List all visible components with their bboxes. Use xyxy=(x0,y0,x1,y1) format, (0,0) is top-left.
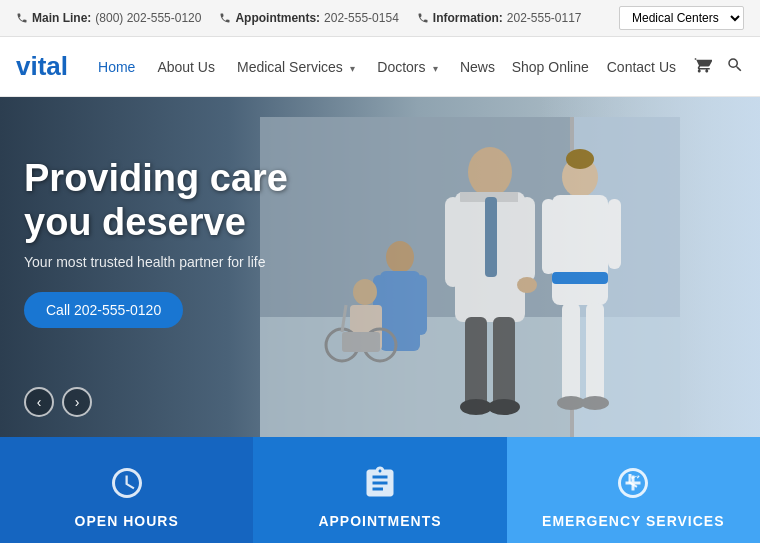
nav-link-medical-services[interactable]: Medical Services xyxy=(237,59,343,75)
hero-subtitle: Your most trusted health partner for lif… xyxy=(24,254,364,270)
top-bar-right: Medical Centers xyxy=(619,6,744,30)
hero-content: Providing care you deserve Your most tru… xyxy=(24,157,364,328)
main-line-number: (800) 202-555-0120 xyxy=(95,11,201,25)
appointments-text: Call us to register apointment at 202-55… xyxy=(273,539,486,543)
header-left: vital Home About Us Medical Services Doc… xyxy=(16,51,495,82)
emergency-title: EMERGENCY SERVICES xyxy=(527,513,740,529)
logo[interactable]: vital xyxy=(16,51,68,82)
nav-link-about[interactable]: About Us xyxy=(157,59,215,75)
information-contact: Information: 202-555-0117 xyxy=(417,11,582,25)
svg-rect-28 xyxy=(415,275,427,335)
main-line-label: Main Line: xyxy=(32,11,91,25)
header-icons xyxy=(694,56,744,78)
top-bar-contacts: Main Line: (800) 202-555-0120 Appointmen… xyxy=(16,11,582,25)
shop-online-link[interactable]: Shop Online xyxy=(512,59,589,75)
svg-rect-22 xyxy=(586,303,604,403)
svg-rect-17 xyxy=(552,195,608,305)
hero-title: Providing care you deserve xyxy=(24,157,364,244)
svg-point-23 xyxy=(557,396,585,410)
main-line-contact: Main Line: (800) 202-555-0120 xyxy=(16,11,201,25)
svg-point-13 xyxy=(460,399,492,415)
cart-icon xyxy=(694,56,712,74)
svg-rect-18 xyxy=(552,272,608,284)
svg-point-4 xyxy=(468,147,512,197)
svg-rect-20 xyxy=(608,199,621,269)
cart-button[interactable] xyxy=(694,56,712,78)
medical-centers-select[interactable]: Medical Centers xyxy=(619,6,744,30)
svg-point-25 xyxy=(386,241,414,273)
hero-cta-button[interactable]: Call 202-555-0120 xyxy=(24,292,183,328)
svg-point-14 xyxy=(488,399,520,415)
info-boxes: OPEN HOURS Monday-Friday: 00:00–24:00 Sa… xyxy=(0,437,760,543)
information-number: 202-555-0117 xyxy=(507,11,582,25)
appointments-title: APPOINTMENTS xyxy=(273,513,486,529)
appointments-label: Appointments: xyxy=(235,11,320,25)
emergency-icon xyxy=(615,465,651,501)
prev-slide-button[interactable]: ‹ xyxy=(24,387,54,417)
svg-point-16 xyxy=(566,149,594,169)
svg-rect-8 xyxy=(445,197,461,287)
clock-icon xyxy=(109,465,145,501)
search-button[interactable] xyxy=(726,56,744,78)
svg-rect-33 xyxy=(342,332,380,352)
clipboard-icon xyxy=(362,465,398,501)
nav-link-home[interactable]: Home xyxy=(98,59,135,75)
emergency-box: EMERGENCY SERVICES We provide emergency … xyxy=(507,437,760,543)
nav-item-medical-services[interactable]: Medical Services xyxy=(237,58,355,76)
nav-item-about[interactable]: About Us xyxy=(157,58,215,76)
appointments-number: 202-555-0154 xyxy=(324,11,399,25)
header-right: Shop Online Contact Us xyxy=(512,56,744,78)
emergency-text: We provide emergency mauris uma, aliquet… xyxy=(527,539,740,543)
svg-rect-21 xyxy=(562,303,580,403)
hero-arrows: ‹ › xyxy=(24,387,92,417)
information-label: Information: xyxy=(433,11,503,25)
nav-item-home[interactable]: Home xyxy=(98,58,135,76)
phone-icon xyxy=(16,12,28,24)
main-nav: Home About Us Medical Services Doctors N… xyxy=(98,58,495,76)
nav-item-news[interactable]: News xyxy=(460,58,495,76)
top-bar: Main Line: (800) 202-555-0120 Appointmen… xyxy=(0,0,760,37)
svg-rect-11 xyxy=(465,317,487,407)
nav-item-doctors[interactable]: Doctors xyxy=(377,58,438,76)
appointments-box: APPOINTMENTS Call us to register apointm… xyxy=(253,437,506,543)
svg-rect-19 xyxy=(542,199,555,274)
svg-rect-26 xyxy=(380,271,420,351)
svg-rect-9 xyxy=(519,197,535,282)
appointments-contact: Appointments: 202-555-0154 xyxy=(219,11,398,25)
phone-icon-3 xyxy=(417,12,429,24)
open-hours-text: Monday-Friday: 00:00–24:00 Saturday: 00:… xyxy=(20,539,233,543)
nav-link-doctors[interactable]: Doctors xyxy=(377,59,425,75)
svg-point-10 xyxy=(517,277,537,293)
search-icon xyxy=(726,56,744,74)
next-slide-button[interactable]: › xyxy=(62,387,92,417)
main-header: vital Home About Us Medical Services Doc… xyxy=(0,37,760,97)
svg-point-24 xyxy=(581,396,609,410)
open-hours-box: OPEN HOURS Monday-Friday: 00:00–24:00 Sa… xyxy=(0,437,253,543)
open-hours-title: OPEN HOURS xyxy=(20,513,233,529)
contact-us-link[interactable]: Contact Us xyxy=(607,59,676,75)
phone-icon-2 xyxy=(219,12,231,24)
hero-section: Providing care you deserve Your most tru… xyxy=(0,97,760,437)
svg-rect-7 xyxy=(485,197,497,277)
svg-rect-12 xyxy=(493,317,515,407)
nav-link-news[interactable]: News xyxy=(460,59,495,75)
